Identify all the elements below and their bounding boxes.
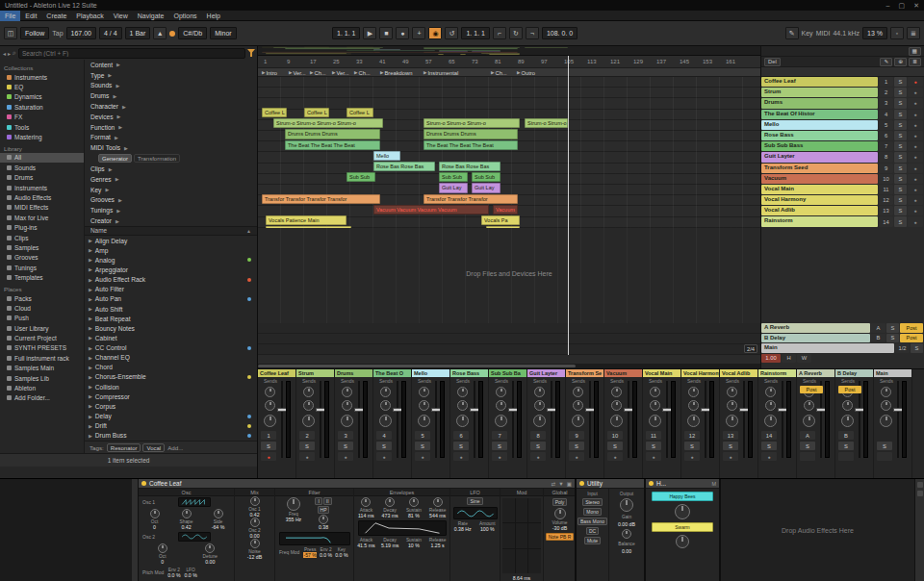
arrangement-clip[interactable]: Rose Bas Rose Bas	[439, 162, 500, 171]
time-signature-field[interactable]: 4 / 4	[99, 27, 122, 39]
expand-arrow-icon[interactable]: ▶	[89, 374, 92, 380]
send-b-knob[interactable]	[611, 400, 622, 411]
balance-knob[interactable]	[622, 529, 631, 539]
arrangement-clip[interactable]: Rose Bas Rose Bas	[373, 162, 435, 171]
track-lanes[interactable]: Coffee LCoffee LCoffee LStrum-o Strum-o …	[258, 77, 760, 228]
capture-midi-button[interactable]: +	[412, 27, 425, 39]
arrangement-position-field[interactable]: 1. 1. 1	[332, 27, 360, 39]
send-a-knob[interactable]	[303, 387, 314, 397]
param-knob[interactable]	[250, 496, 260, 506]
drift-param[interactable]: Detune 0.00	[198, 543, 221, 565]
draw-mode-toggle[interactable]: ✎	[785, 27, 799, 39]
device-list-item[interactable]: ▶ Corpus	[85, 401, 257, 411]
place-item[interactable]: Samples Main	[0, 364, 84, 373]
mixer-track-name[interactable]: Sub Sub Ba	[489, 369, 526, 377]
volume-fader[interactable]	[897, 381, 899, 458]
mixer-track-name[interactable]: Drums	[335, 369, 372, 377]
arm-button[interactable]: ●	[530, 452, 546, 461]
crossfade-w-button[interactable]: W	[797, 354, 811, 364]
send-b-knob[interactable]	[842, 400, 853, 411]
m4l-knob-2[interactable]	[676, 535, 689, 548]
device-list-item[interactable]: ▶ Align Delay	[85, 236, 257, 245]
arm-button[interactable]: ●	[908, 120, 923, 130]
solo-button[interactable]: S	[838, 442, 854, 450]
track-name[interactable]: Rainstorm	[761, 216, 878, 226]
volume-fader[interactable]	[628, 381, 629, 458]
category-row[interactable]: Function ▶	[85, 122, 257, 133]
param-knob[interactable]	[361, 497, 371, 507]
solo-button[interactable]: S	[894, 141, 907, 151]
device-list-item[interactable]: ▶ Auto Pan	[85, 294, 257, 304]
happy-bees-button[interactable]: Happy Bees	[652, 492, 713, 501]
bass-mono-toggle[interactable]: Bass Mono	[578, 518, 607, 525]
punch-out-toggle[interactable]: ¬	[526, 27, 539, 39]
drift-param[interactable]: Rate 0.38 Hz	[451, 521, 474, 532]
send-b-knob[interactable]	[650, 400, 660, 411]
place-item[interactable]: Ableton	[0, 383, 84, 392]
device-list-item[interactable]: ▶ Chord	[85, 363, 257, 372]
locator-marker[interactable]: ▶ Ch...	[354, 68, 371, 77]
arrangement-clip[interactable]: Coffee L	[304, 108, 329, 117]
send-a-knob[interactable]	[688, 387, 699, 397]
pan-knob[interactable]	[495, 415, 507, 427]
loop-length-field[interactable]: 108. 0. 0	[542, 27, 578, 39]
track-name[interactable]: Strum	[761, 88, 878, 97]
track-name[interactable]: Sub Sub Bass	[761, 141, 878, 151]
library-item[interactable]: Plug-ins	[0, 222, 84, 232]
arm-button[interactable]: ●	[299, 452, 315, 461]
filter-res-knob[interactable]	[319, 515, 328, 524]
tag-chip[interactable]: Vocal	[142, 443, 165, 452]
volume-fader[interactable]	[281, 381, 283, 458]
pan-knob[interactable]	[687, 415, 700, 427]
menu-item[interactable]: Edit	[20, 11, 41, 21]
solo-button[interactable]: S	[894, 131, 907, 140]
volume-fader[interactable]	[397, 381, 398, 458]
track-row[interactable]: Vocal Adlib 13 S ●	[761, 206, 924, 216]
drift-param[interactable]: Attack 114 ms	[354, 497, 377, 518]
library-item[interactable]: Grooves	[0, 253, 84, 263]
hotswap-icon[interactable]: ⇄	[552, 481, 556, 487]
drift-param[interactable]: Oct 0	[151, 543, 174, 565]
arrangement-clip[interactable]: Vocals Pa	[481, 215, 520, 225]
track-row[interactable]: Rose Bass 6 S ●	[761, 131, 924, 141]
solo-button[interactable]: S	[261, 442, 276, 450]
track-row[interactable]: Rainstorm 14 S ●	[761, 216, 924, 227]
track-name[interactable]: Vacuum	[761, 174, 878, 184]
pan-knob[interactable]	[418, 415, 430, 427]
expand-arrow-icon[interactable]: ▶	[89, 325, 92, 331]
volume-fader[interactable]	[743, 381, 745, 458]
pan-knob[interactable]	[610, 415, 623, 427]
category-row[interactable]: MIDI Tools ▶	[85, 142, 257, 153]
expand-arrow-icon[interactable]: ▶	[89, 345, 92, 351]
arrangement-clip[interactable]: Strum-o Strum-o	[525, 118, 568, 128]
category-row[interactable]: Tunings ▶	[85, 205, 257, 215]
device-view-icon[interactable]	[917, 491, 923, 496]
place-item[interactable]: User Library	[0, 323, 84, 333]
menu-item[interactable]: Options	[168, 11, 201, 21]
place-item[interactable]: SYNTH PRESETS	[0, 343, 84, 353]
category-row[interactable]: Devices ▶	[85, 112, 257, 122]
volume-fader[interactable]	[358, 381, 360, 458]
track-name[interactable]: Coffee Leaf	[761, 77, 878, 87]
track-name[interactable]: Rose Bass	[761, 131, 878, 140]
solo-button[interactable]: S	[894, 164, 907, 173]
post-toggle[interactable]: Post	[800, 386, 823, 393]
pan-knob[interactable]	[379, 415, 392, 427]
device-list-item[interactable]: ▶ Amp	[85, 245, 257, 255]
library-item[interactable]: Templates	[0, 272, 84, 282]
solo-button[interactable]: S	[894, 174, 907, 184]
track-row[interactable]: Vacuum 10 S ●	[761, 174, 924, 185]
send-a-knob[interactable]	[457, 387, 468, 397]
mixer-track-name[interactable]: Vocal Main	[643, 369, 680, 377]
device-list-item[interactable]: ▶ Collision	[85, 382, 257, 392]
track-row[interactable]: Strum 2 S ●	[761, 88, 924, 98]
search-input[interactable]	[18, 48, 245, 59]
device-on-toggle[interactable]	[649, 481, 654, 486]
solo-button[interactable]: S	[894, 98, 907, 108]
arm-button[interactable]: ●	[908, 174, 923, 184]
scale-mode-toggle[interactable]	[169, 31, 175, 37]
mixer-track-name[interactable]: Vacuum	[604, 369, 642, 377]
arrangement-overview[interactable]: Coffee LCoffee LCoffee LStrum-o Strum-o …	[258, 46, 760, 56]
main-track-name[interactable]: Main	[761, 343, 894, 353]
library-item[interactable]: MIDI Effects	[0, 203, 84, 213]
